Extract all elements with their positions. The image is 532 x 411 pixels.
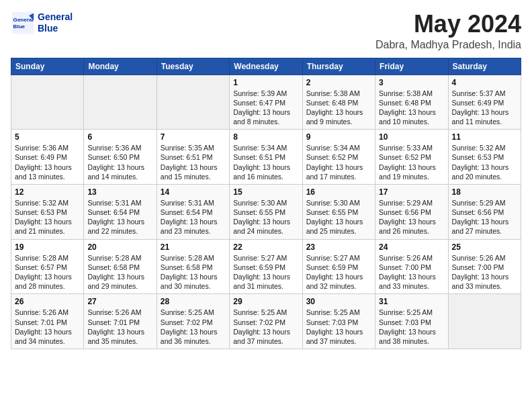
calendar-cell: 21Sunrise: 5:28 AM Sunset: 6:58 PM Dayli…: [157, 239, 229, 294]
calendar-header-sunday: Sunday: [11, 58, 84, 75]
day-info: Sunrise: 5:39 AM Sunset: 6:47 PM Dayligh…: [233, 89, 298, 127]
day-number: 24: [379, 242, 444, 252]
day-info: Sunrise: 5:26 AM Sunset: 7:00 PM Dayligh…: [379, 253, 444, 291]
day-info: Sunrise: 5:29 AM Sunset: 6:56 PM Dayligh…: [452, 198, 517, 236]
calendar-week-row: 5Sunrise: 5:36 AM Sunset: 6:49 PM Daylig…: [11, 130, 521, 185]
calendar-header-friday: Friday: [375, 58, 448, 75]
calendar-cell: 28Sunrise: 5:25 AM Sunset: 7:02 PM Dayli…: [157, 294, 229, 349]
day-info: Sunrise: 5:30 AM Sunset: 6:55 PM Dayligh…: [233, 198, 298, 236]
day-info: Sunrise: 5:34 AM Sunset: 6:51 PM Dayligh…: [233, 143, 298, 181]
calendar-cell: 16Sunrise: 5:30 AM Sunset: 6:55 PM Dayli…: [302, 184, 375, 239]
day-number: 11: [452, 132, 517, 142]
day-info: Sunrise: 5:33 AM Sunset: 6:52 PM Dayligh…: [379, 143, 444, 181]
day-info: Sunrise: 5:28 AM Sunset: 6:57 PM Dayligh…: [15, 253, 80, 291]
day-number: 1: [233, 78, 298, 87]
day-number: 25: [452, 242, 517, 252]
calendar-cell: 12Sunrise: 5:32 AM Sunset: 6:53 PM Dayli…: [11, 184, 84, 239]
month-year-title: May 2024: [375, 11, 521, 38]
calendar-cell: 31Sunrise: 5:25 AM Sunset: 7:03 PM Dayli…: [375, 294, 448, 349]
day-number: 4: [452, 78, 517, 87]
calendar-header-tuesday: Tuesday: [157, 58, 229, 75]
calendar-cell: 10Sunrise: 5:33 AM Sunset: 6:52 PM Dayli…: [375, 130, 448, 185]
calendar-cell: 19Sunrise: 5:28 AM Sunset: 6:57 PM Dayli…: [11, 239, 84, 294]
day-number: 13: [87, 187, 152, 197]
calendar-cell: 27Sunrise: 5:26 AM Sunset: 7:01 PM Dayli…: [84, 294, 157, 349]
day-info: Sunrise: 5:25 AM Sunset: 7:03 PM Dayligh…: [306, 308, 371, 346]
day-info: Sunrise: 5:25 AM Sunset: 7:03 PM Dayligh…: [379, 308, 444, 346]
day-number: 14: [161, 187, 226, 197]
calendar-table: SundayMondayTuesdayWednesdayThursdayFrid…: [11, 58, 521, 349]
title-block: May 2024 Dabra, Madhya Pradesh, India: [375, 11, 521, 51]
day-number: 12: [15, 187, 80, 197]
day-number: 3: [379, 78, 444, 87]
calendar-cell: [448, 294, 521, 349]
calendar-header-monday: Monday: [84, 58, 157, 75]
day-info: Sunrise: 5:28 AM Sunset: 6:58 PM Dayligh…: [87, 253, 152, 291]
calendar-header-row: SundayMondayTuesdayWednesdayThursdayFrid…: [11, 58, 521, 75]
day-info: Sunrise: 5:31 AM Sunset: 6:54 PM Dayligh…: [87, 198, 152, 236]
day-info: Sunrise: 5:25 AM Sunset: 7:02 PM Dayligh…: [161, 308, 226, 346]
day-info: Sunrise: 5:32 AM Sunset: 6:53 PM Dayligh…: [452, 143, 517, 181]
calendar-header-thursday: Thursday: [302, 58, 375, 75]
calendar-header-saturday: Saturday: [448, 58, 521, 75]
day-number: 17: [379, 187, 444, 197]
calendar-cell: 8Sunrise: 5:34 AM Sunset: 6:51 PM Daylig…: [230, 130, 302, 185]
day-number: 9: [306, 132, 371, 142]
calendar-cell: 18Sunrise: 5:29 AM Sunset: 6:56 PM Dayli…: [448, 184, 521, 239]
calendar-week-row: 26Sunrise: 5:26 AM Sunset: 7:01 PM Dayli…: [11, 294, 521, 349]
day-number: 26: [15, 297, 80, 306]
day-number: 19: [15, 242, 80, 252]
day-info: Sunrise: 5:28 AM Sunset: 6:58 PM Dayligh…: [161, 253, 226, 291]
day-info: Sunrise: 5:27 AM Sunset: 6:59 PM Dayligh…: [233, 253, 298, 291]
day-number: 21: [161, 242, 226, 252]
logo-text: General Blue: [38, 11, 73, 34]
calendar-cell: 3Sunrise: 5:38 AM Sunset: 6:48 PM Daylig…: [375, 75, 448, 130]
calendar-cell: 23Sunrise: 5:27 AM Sunset: 6:59 PM Dayli…: [302, 239, 375, 294]
calendar-cell: 13Sunrise: 5:31 AM Sunset: 6:54 PM Dayli…: [84, 184, 157, 239]
day-info: Sunrise: 5:25 AM Sunset: 7:02 PM Dayligh…: [233, 308, 298, 346]
day-number: 6: [87, 132, 152, 142]
calendar-cell: 4Sunrise: 5:37 AM Sunset: 6:49 PM Daylig…: [448, 75, 521, 130]
day-number: 31: [379, 297, 444, 306]
day-number: 29: [233, 297, 298, 306]
day-info: Sunrise: 5:37 AM Sunset: 6:49 PM Dayligh…: [452, 89, 517, 127]
calendar-week-row: 1Sunrise: 5:39 AM Sunset: 6:47 PM Daylig…: [11, 75, 521, 130]
day-number: 16: [306, 187, 371, 197]
day-number: 23: [306, 242, 371, 252]
calendar-cell: 14Sunrise: 5:31 AM Sunset: 6:54 PM Dayli…: [157, 184, 229, 239]
day-number: 10: [379, 132, 444, 142]
logo-icon: General Blue: [11, 11, 35, 35]
day-info: Sunrise: 5:34 AM Sunset: 6:52 PM Dayligh…: [306, 143, 371, 181]
calendar-cell: 29Sunrise: 5:25 AM Sunset: 7:02 PM Dayli…: [230, 294, 302, 349]
svg-text:General: General: [13, 17, 34, 23]
location-subtitle: Dabra, Madhya Pradesh, India: [375, 39, 521, 51]
day-info: Sunrise: 5:26 AM Sunset: 7:01 PM Dayligh…: [87, 308, 152, 346]
calendar-cell: 25Sunrise: 5:26 AM Sunset: 7:00 PM Dayli…: [448, 239, 521, 294]
day-number: 28: [161, 297, 226, 306]
day-info: Sunrise: 5:27 AM Sunset: 6:59 PM Dayligh…: [306, 253, 371, 291]
calendar-cell: 1Sunrise: 5:39 AM Sunset: 6:47 PM Daylig…: [230, 75, 302, 130]
day-number: 15: [233, 187, 298, 197]
page-header: General Blue General Blue May 2024 Dabra…: [11, 11, 521, 51]
day-info: Sunrise: 5:26 AM Sunset: 7:00 PM Dayligh…: [452, 253, 517, 291]
day-number: 2: [306, 78, 371, 87]
logo: General Blue General Blue: [11, 11, 73, 35]
calendar-cell: 6Sunrise: 5:36 AM Sunset: 6:50 PM Daylig…: [84, 130, 157, 185]
calendar-week-row: 19Sunrise: 5:28 AM Sunset: 6:57 PM Dayli…: [11, 239, 521, 294]
day-info: Sunrise: 5:36 AM Sunset: 6:49 PM Dayligh…: [15, 143, 80, 181]
day-info: Sunrise: 5:38 AM Sunset: 6:48 PM Dayligh…: [306, 89, 371, 127]
day-number: 27: [87, 297, 152, 306]
calendar-cell: 15Sunrise: 5:30 AM Sunset: 6:55 PM Dayli…: [230, 184, 302, 239]
svg-text:Blue: Blue: [13, 24, 26, 30]
day-number: 30: [306, 297, 371, 306]
calendar-cell: 2Sunrise: 5:38 AM Sunset: 6:48 PM Daylig…: [302, 75, 375, 130]
calendar-cell: 26Sunrise: 5:26 AM Sunset: 7:01 PM Dayli…: [11, 294, 84, 349]
calendar-cell: 22Sunrise: 5:27 AM Sunset: 6:59 PM Dayli…: [230, 239, 302, 294]
day-number: 7: [161, 132, 226, 142]
calendar-cell: 20Sunrise: 5:28 AM Sunset: 6:58 PM Dayli…: [84, 239, 157, 294]
calendar-cell: 5Sunrise: 5:36 AM Sunset: 6:49 PM Daylig…: [11, 130, 84, 185]
calendar-cell: 11Sunrise: 5:32 AM Sunset: 6:53 PM Dayli…: [448, 130, 521, 185]
day-info: Sunrise: 5:35 AM Sunset: 6:51 PM Dayligh…: [161, 143, 226, 181]
calendar-cell: [157, 75, 229, 130]
day-info: Sunrise: 5:26 AM Sunset: 7:01 PM Dayligh…: [15, 308, 80, 346]
